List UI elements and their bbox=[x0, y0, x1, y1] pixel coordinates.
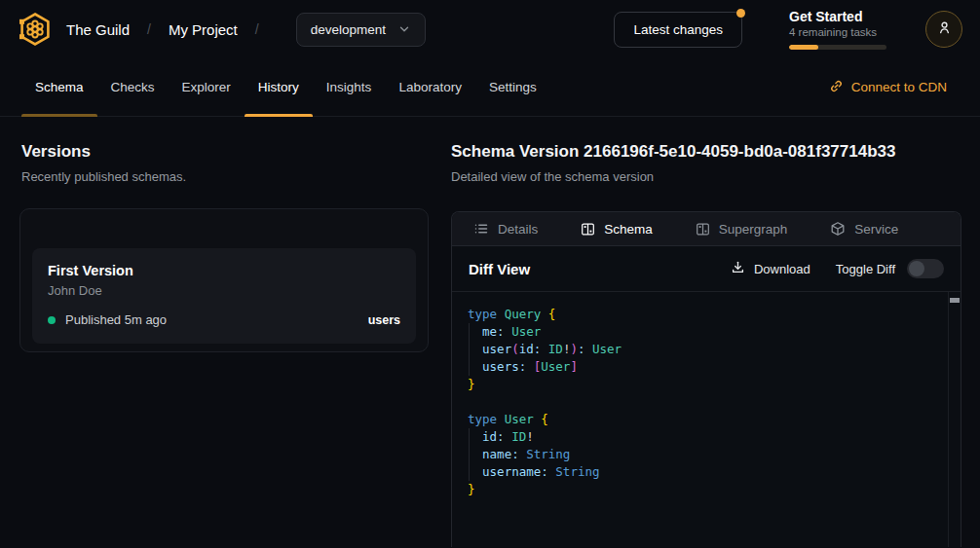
get-started-title: Get Started bbox=[789, 9, 886, 24]
breadcrumb: The Guild / My Project / bbox=[66, 21, 277, 38]
columns-icon bbox=[581, 222, 595, 237]
detail-tab-supergraph[interactable]: Supergraph bbox=[696, 222, 788, 237]
nav-tab-label: Schema bbox=[35, 80, 84, 94]
nav-tab-label: Insights bbox=[326, 80, 372, 94]
detail-tab-service[interactable]: Service bbox=[830, 221, 898, 237]
nav-tab-history[interactable]: History bbox=[245, 58, 313, 116]
latest-changes-button[interactable]: Latest changes bbox=[614, 12, 742, 48]
download-icon bbox=[731, 260, 745, 277]
breadcrumb-separator: / bbox=[147, 21, 151, 37]
nav-tab-label: History bbox=[258, 80, 299, 94]
detail-tab-label: Supergraph bbox=[719, 222, 788, 237]
connect-to-cdn-label: Connect to CDN bbox=[851, 80, 947, 94]
main-nav: SchemaChecksExplorerHistoryInsightsLabor… bbox=[0, 58, 980, 117]
user-avatar[interactable] bbox=[925, 11, 962, 48]
nav-tab-laboratory[interactable]: Laboratory bbox=[385, 58, 475, 116]
detail-tabs: DetailsSchemaSupergraphService bbox=[452, 212, 961, 246]
nav-tab-label: Checks bbox=[111, 80, 155, 94]
app-window: The Guild / My Project / development Lat… bbox=[0, 0, 980, 548]
get-started-widget[interactable]: Get Started 4 remaining tasks bbox=[789, 9, 886, 50]
nav-tabs: SchemaChecksExplorerHistoryInsightsLabor… bbox=[21, 58, 550, 116]
nav-tab-label: Explorer bbox=[182, 80, 231, 94]
get-started-progress-fill bbox=[789, 45, 818, 50]
link-icon bbox=[829, 79, 844, 96]
schema-sdl-code-block: type Query { me: User user(id: ID!): Use… bbox=[452, 292, 961, 547]
get-started-subtitle: 4 remaining tasks bbox=[789, 26, 886, 38]
nav-tab-label: Laboratory bbox=[398, 80, 462, 94]
diff-view-actions: Download Toggle Diff bbox=[731, 259, 944, 278]
breadcrumb-project[interactable]: My Project bbox=[169, 21, 238, 38]
indent-guide bbox=[469, 428, 470, 481]
latest-changes-label: Latest changes bbox=[633, 22, 723, 37]
detail-tab-label: Schema bbox=[604, 222, 653, 237]
nav-tab-insights[interactable]: Insights bbox=[313, 58, 386, 116]
person-icon bbox=[936, 19, 953, 40]
toggle-diff-label: Toggle Diff bbox=[836, 262, 895, 276]
diff-view-title: Diff View bbox=[469, 261, 530, 277]
toggle-diff-control: Toggle Diff bbox=[836, 259, 944, 278]
published-dot-icon bbox=[48, 316, 56, 324]
connect-to-cdn-link[interactable]: Connect to CDN bbox=[829, 79, 947, 96]
top-header: The Guild / My Project / development Lat… bbox=[0, 0, 980, 58]
cube-icon bbox=[830, 221, 846, 237]
nav-tab-settings[interactable]: Settings bbox=[475, 58, 550, 116]
version-status-row: Published 5m ago users bbox=[48, 312, 400, 327]
notification-dot bbox=[736, 9, 745, 18]
version-author: John Doe bbox=[48, 283, 400, 298]
versions-subtitle: Recently published schemas. bbox=[21, 169, 429, 184]
breadcrumb-separator: / bbox=[255, 21, 259, 37]
version-name: First Version bbox=[48, 263, 400, 278]
version-list-item[interactable]: First Version John Doe Published 5m ago … bbox=[32, 248, 416, 344]
toggle-diff-switch[interactable] bbox=[907, 259, 944, 278]
get-started-progressbar bbox=[789, 45, 886, 50]
detail-tab-details[interactable]: Details bbox=[473, 221, 538, 237]
version-service-badge: users bbox=[368, 313, 400, 327]
header-actions: Latest changes Get Started 4 remaining t… bbox=[614, 9, 962, 50]
detail-tab-label: Service bbox=[854, 222, 898, 237]
download-label: Download bbox=[754, 262, 810, 276]
nav-tab-explorer[interactable]: Explorer bbox=[169, 58, 245, 116]
versions-list-card: First Version John Doe Published 5m ago … bbox=[19, 208, 429, 352]
graphql-sdl-text: type Query { me: User user(id: ID!): Use… bbox=[452, 292, 961, 512]
versions-title: Versions bbox=[21, 142, 429, 162]
schema-version-detail: Schema Version 2166196f-5e10-4059-bd0a-0… bbox=[448, 117, 980, 548]
nav-tab-schema[interactable]: Schema bbox=[21, 58, 97, 116]
chevron-down-icon bbox=[397, 22, 411, 36]
list-icon bbox=[473, 221, 489, 237]
environment-selector[interactable]: development bbox=[296, 13, 426, 47]
nav-tab-label: Settings bbox=[489, 80, 537, 94]
code-scrollbar-thumb[interactable] bbox=[950, 298, 960, 303]
download-button[interactable]: Download bbox=[731, 260, 810, 277]
hive-logo-icon[interactable] bbox=[16, 10, 55, 49]
detail-tab-schema[interactable]: Schema bbox=[581, 222, 653, 237]
version-status-text: Published 5m ago bbox=[65, 312, 167, 327]
schema-version-subtitle: Detailed view of the schema version bbox=[451, 169, 961, 184]
indent-guide bbox=[469, 323, 470, 376]
code-scrollbar[interactable] bbox=[948, 292, 961, 547]
nav-tab-checks[interactable]: Checks bbox=[97, 58, 169, 116]
schema-version-title: Schema Version 2166196f-5e10-4059-bd0a-0… bbox=[451, 142, 961, 162]
versions-panel: Versions Recently published schemas. Fir… bbox=[0, 117, 448, 548]
diff-view-toolbar: Diff View Download Toggle Diff bbox=[452, 246, 961, 292]
detail-tab-label: Details bbox=[498, 222, 538, 237]
environment-selector-value: development bbox=[311, 22, 386, 37]
toggle-knob bbox=[909, 261, 924, 276]
columns-icon bbox=[696, 222, 710, 237]
schema-detail-card: DetailsSchemaSupergraphService Diff View… bbox=[451, 211, 961, 547]
main-content: Versions Recently published schemas. Fir… bbox=[0, 117, 980, 548]
breadcrumb-org[interactable]: The Guild bbox=[66, 21, 130, 38]
